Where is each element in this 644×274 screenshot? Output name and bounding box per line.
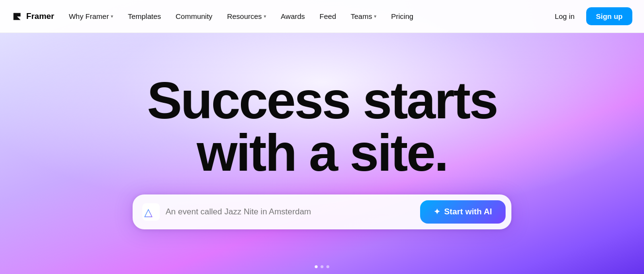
hero-title: Success starts with a site. [147,74,497,179]
framer-logo-icon [12,11,22,22]
ai-prompt-input[interactable] [166,207,414,217]
nav-why-framer[interactable]: Why Framer ▾ [62,8,120,24]
nav-links: Why Framer ▾ Templates Community Resourc… [62,8,545,24]
start-with-ai-button[interactable]: ✦ Start with AI [420,200,506,224]
nav-templates[interactable]: Templates [121,8,168,24]
nav-pricing[interactable]: Pricing [384,8,420,24]
nav-community[interactable]: Community [169,8,220,24]
nav-awards[interactable]: Awards [274,8,312,24]
signup-button[interactable]: Sign up [586,7,632,25]
ai-input-container: △ ✦ Start with AI [133,194,511,229]
chevron-down-icon: ▾ [264,14,266,19]
logo[interactable]: Framer [12,11,54,22]
chevron-down-icon: ▾ [374,14,376,19]
hero-section: Success starts with a site. △ ✦ Start wi… [0,0,644,274]
chevron-down-icon: ▾ [111,14,113,19]
login-link[interactable]: Log in [547,8,582,24]
svg-text:△: △ [144,206,153,218]
dot-1 [315,265,318,268]
dot-3 [326,265,329,268]
dot-2 [321,265,323,268]
ai-icon: △ [142,203,160,221]
dots-indicator [315,265,329,268]
navbar: Framer Why Framer ▾ Templates Community … [0,0,644,33]
nav-teams[interactable]: Teams ▾ [344,8,383,24]
nav-right: Log in Sign up [547,7,632,25]
logo-text: Framer [26,12,54,21]
nav-feed[interactable]: Feed [313,8,343,24]
nav-resources[interactable]: Resources ▾ [220,8,273,24]
star-icon: ✦ [434,207,440,216]
